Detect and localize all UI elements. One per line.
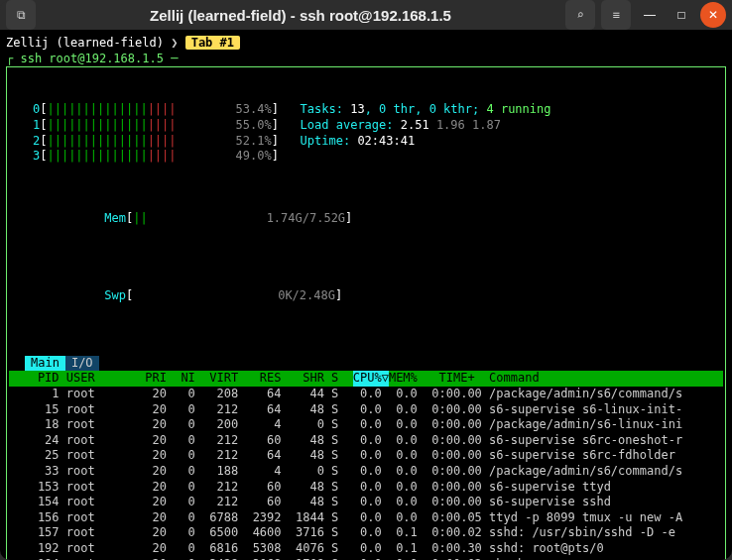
- titlebar: ⧉ Zellij (learned-field) - ssh root@192.…: [0, 0, 732, 30]
- window: ⧉ Zellij (learned-field) - ssh root@192.…: [0, 0, 732, 560]
- table-row[interactable]: 33 root 20 0 188 4 0 S 0.0 0.0 0:00.00 /…: [9, 464, 723, 480]
- htop-tab-io[interactable]: I/O: [65, 356, 99, 372]
- table-row[interactable]: 156 root 20 0 6788 2392 1844 S 0.0 0.0 0…: [9, 510, 723, 526]
- table-row[interactable]: 1 root 20 0 208 64 44 S 0.0 0.0 0:00.00 …: [9, 387, 723, 402]
- table-row[interactable]: 154 root 20 0 212 60 48 S 0.0 0.0 0:00.0…: [9, 495, 723, 510]
- mem-label: Mem: [104, 211, 126, 225]
- pane-title: ┌ ssh root@192.168.1.5 ─: [6, 52, 726, 67]
- zellij-app: Zellij: [6, 36, 49, 50]
- zellij-tab[interactable]: Tab #1: [185, 36, 240, 50]
- table-row[interactable]: 192 root 20 0 6816 5308 4076 S 0.0 0.1 0…: [9, 541, 723, 557]
- zellij-session: (learned-field): [57, 36, 164, 50]
- cpu-meter-3: 3[||||||||||||||||||49.0%]: [33, 149, 301, 163]
- zellij-status-bar: Zellij (learned-field) ❯ Tab #1: [6, 36, 726, 52]
- htop-tab-main[interactable]: Main: [25, 356, 65, 372]
- htop-tabs: MainI/O: [9, 356, 723, 372]
- table-row[interactable]: 25 root 20 0 212 64 48 S 0.0 0.0 0:00.00…: [9, 448, 723, 464]
- swp-label: Swp: [104, 288, 126, 302]
- table-row[interactable]: 15 root 20 0 212 64 48 S 0.0 0.0 0:00.00…: [9, 402, 723, 418]
- table-row[interactable]: 24 root 20 0 212 60 48 S 0.0 0.0 0:00.00…: [9, 433, 723, 449]
- table-row[interactable]: 18 root 20 0 200 4 0 S 0.0 0.0 0:00.00 /…: [9, 417, 723, 433]
- cpu-meter-1: 1[||||||||||||||||||55.0%] Load average:…: [33, 118, 501, 132]
- htop-process-list[interactable]: 1 root 20 0 208 64 44 S 0.0 0.0 0:00.00 …: [9, 387, 723, 560]
- table-row[interactable]: 194 root 20 0 3428 3068 1708 S 0.0 0.0 0…: [9, 557, 723, 560]
- cpu-meter-2: 2[||||||||||||||||||52.1%] Uptime: 02:43…: [33, 134, 415, 148]
- htop-meters: 0[||||||||||||||||||53.4%] Tasks: 13, 0 …: [9, 71, 723, 350]
- htop-header-row[interactable]: PID USER PRI NI VIRT RES SHR S CPU%▽MEM%…: [9, 371, 723, 387]
- table-row[interactable]: 153 root 20 0 212 60 48 S 0.0 0.0 0:00.0…: [9, 480, 723, 496]
- cpu-meter-0: 0[||||||||||||||||||53.4%] Tasks: 13, 0 …: [33, 102, 550, 116]
- minimize-button[interactable]: —: [637, 2, 663, 28]
- close-button[interactable]: ✕: [700, 2, 726, 28]
- swp-value: 0K/2.48G: [278, 288, 335, 302]
- new-tab-button[interactable]: ⧉: [6, 0, 36, 30]
- search-button[interactable]: ⌕: [565, 0, 595, 30]
- mem-value: 1.74G/7.52G: [267, 211, 345, 225]
- window-title: Zellij (learned-field) - ssh root@192.16…: [42, 7, 559, 24]
- menu-button[interactable]: ≡: [601, 0, 631, 30]
- maximize-button[interactable]: □: [669, 2, 694, 28]
- pane-title-text: ssh root@192.168.1.5: [20, 52, 164, 65]
- terminal[interactable]: Zellij (learned-field) ❯ Tab #1 ┌ ssh ro…: [0, 30, 732, 560]
- chevron-right-icon: ❯: [171, 36, 178, 50]
- htop-pane[interactable]: 0[||||||||||||||||||53.4%] Tasks: 13, 0 …: [6, 66, 726, 560]
- table-row[interactable]: 157 root 20 0 6500 4600 3716 S 0.0 0.1 0…: [9, 525, 723, 541]
